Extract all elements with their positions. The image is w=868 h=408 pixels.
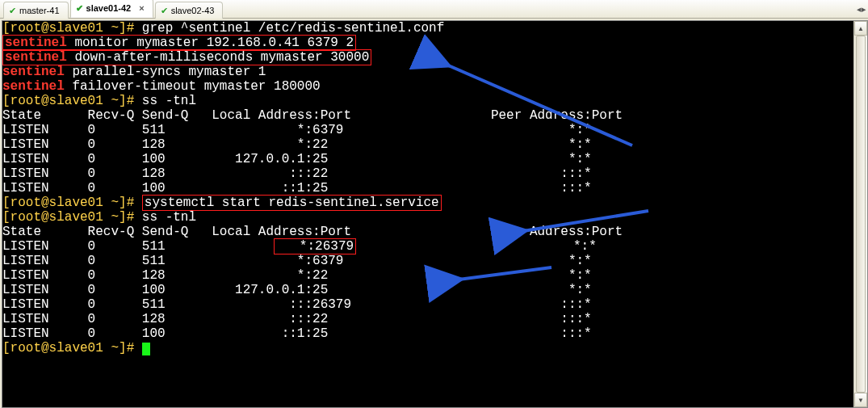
ss-header: State Recv-Q Send-Q Local Address:Port P… <box>2 225 867 239</box>
prompt: [root@slave01 ~]# <box>2 196 142 210</box>
conf-line: sentinel failover-timeout mymaster 18000… <box>2 79 867 94</box>
tab-bar: ✔ master-41 ✔ slave01-42 × ✔ slave02-43 … <box>0 0 868 19</box>
prompt: [root@slave01 ~]# <box>2 341 142 355</box>
tab-label: slave01-42 <box>86 3 132 13</box>
tab-slave01-42[interactable]: ✔ slave01-42 × <box>70 0 153 18</box>
prompt-line: [root@slave01 ~]# <box>2 341 867 355</box>
check-icon: ✔ <box>161 6 168 16</box>
scroll-down-icon[interactable]: ▼ <box>854 393 867 407</box>
cmd-grep: [root@slave01 ~]# grep ^sentinel /etc/re… <box>2 21 867 36</box>
ss-row: LISTEN 0 511 *:6379 *:* <box>2 123 867 137</box>
cmd-ss: [root@slave01 ~]# ss -tnl <box>2 94 867 108</box>
ss-row: LISTEN 0 100 ::1:25 :::* <box>2 326 867 341</box>
scrollbar-vertical[interactable]: ▲ ▼ <box>853 21 867 407</box>
ss-row: LISTEN 0 511 :::26379 :::* <box>2 297 867 312</box>
tab-label: slave02-43 <box>171 6 215 15</box>
scroll-thumb[interactable] <box>856 36 866 393</box>
ss-row: LISTEN 0 128 :::22 :::* <box>2 166 867 181</box>
ss-row: LISTEN 0 128 :::22 :::* <box>2 312 867 326</box>
cmd-ss: [root@slave01 ~]# ss -tnl <box>2 210 867 225</box>
tab-slave02-43[interactable]: ✔ slave02-43 <box>155 2 224 19</box>
prompt: [root@slave01 ~]# <box>2 21 142 36</box>
ss-row: LISTEN 0 100 127.0.0.1:25 *:* <box>2 283 867 297</box>
cursor <box>142 343 150 355</box>
ss-row: LISTEN 0 128 *:22 *:* <box>2 268 867 283</box>
ss-row: LISTEN 0 511 *:6379 *:* <box>2 254 867 268</box>
close-icon[interactable]: × <box>139 3 144 13</box>
conf-line: sentinel down-after-milliseconds mymaste… <box>2 50 867 65</box>
cmd-systemctl: [root@slave01 ~]# systemctl start redis-… <box>2 196 867 210</box>
terminal[interactable]: [root@slave01 ~]# grep ^sentinel /etc/re… <box>2 20 868 408</box>
conf-line: sentinel monitor mymaster 192.168.0.41 6… <box>2 36 867 50</box>
check-icon: ✔ <box>76 3 83 14</box>
ss-row: LISTEN 0 100 ::1:25 :::* <box>2 181 867 196</box>
scroll-up-icon[interactable]: ▲ <box>854 21 867 36</box>
check-icon: ✔ <box>9 6 16 16</box>
ss-row: LISTEN 0 100 127.0.0.1:25 *:* <box>2 152 867 166</box>
tabbar-menu-icon[interactable]: ◂▸ <box>855 0 868 18</box>
ss-row: LISTEN 0 128 *:22 *:* <box>2 137 867 152</box>
tab-master-41[interactable]: ✔ master-41 <box>3 2 69 19</box>
tab-label: master-41 <box>19 6 60 15</box>
prompt: [root@slave01 ~]# <box>2 210 142 225</box>
conf-line: sentinel parallel-syncs mymaster 1 <box>2 65 867 79</box>
ss-header: State Recv-Q Send-Q Local Address:Port P… <box>2 108 867 123</box>
prompt: [root@slave01 ~]# <box>2 94 142 108</box>
ss-row: LISTEN 0 511 *:26379 *:* <box>2 239 867 254</box>
